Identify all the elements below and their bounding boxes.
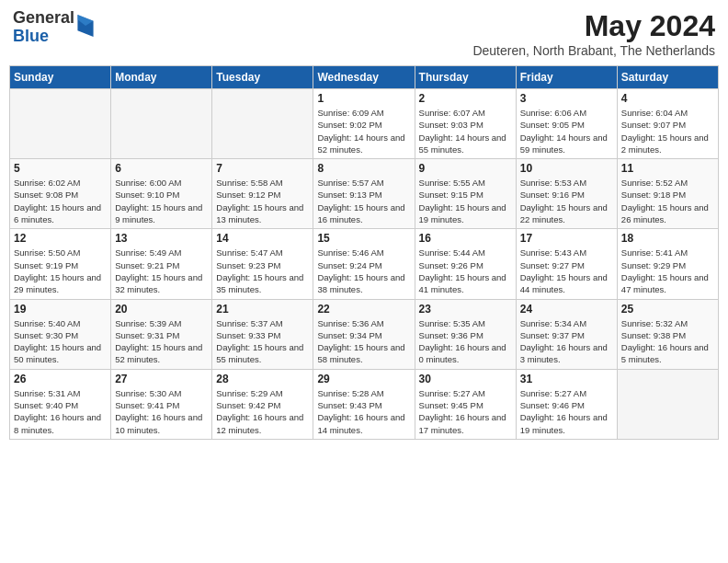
- calendar-cell: 4Sunrise: 6:04 AMSunset: 9:07 PMDaylight…: [617, 89, 718, 159]
- calendar-cell: 11Sunrise: 5:52 AMSunset: 9:18 PMDayligh…: [617, 159, 718, 229]
- day-info: Sunrise: 5:43 AMSunset: 9:27 PMDaylight:…: [520, 247, 613, 295]
- day-number: 30: [419, 373, 512, 385]
- page-header: General Blue May 2024 Deuteren, North Br…: [9, 9, 719, 58]
- col-header-tuesday: Tuesday: [212, 66, 313, 89]
- day-info: Sunrise: 5:30 AMSunset: 9:41 PMDaylight:…: [115, 387, 208, 436]
- day-info: Sunrise: 5:28 AMSunset: 9:43 PMDaylight:…: [317, 387, 410, 436]
- day-info: Sunrise: 5:31 AMSunset: 9:40 PMDaylight:…: [14, 387, 107, 436]
- day-number: 14: [216, 232, 309, 245]
- week-row-2: 5Sunrise: 6:02 AMSunset: 9:08 PMDaylight…: [10, 159, 719, 229]
- day-info: Sunrise: 6:02 AMSunset: 9:08 PMDaylight:…: [14, 177, 107, 225]
- day-number: 4: [621, 92, 714, 105]
- day-number: 23: [419, 303, 512, 316]
- day-number: 10: [520, 162, 613, 175]
- calendar-cell: 1Sunrise: 6:09 AMSunset: 9:02 PMDaylight…: [313, 89, 415, 159]
- title-block: May 2024 Deuteren, North Brabant, The Ne…: [472, 9, 715, 58]
- calendar-cell: 13Sunrise: 5:49 AMSunset: 9:21 PMDayligh…: [111, 229, 212, 299]
- day-info: Sunrise: 6:04 AMSunset: 9:07 PMDaylight:…: [621, 107, 714, 155]
- day-number: 7: [216, 162, 309, 175]
- month-year: May 2024: [472, 9, 715, 43]
- logo: General Blue: [13, 9, 95, 46]
- calendar-cell: 29Sunrise: 5:28 AMSunset: 9:43 PMDayligh…: [313, 369, 415, 439]
- day-number: 18: [621, 232, 714, 245]
- day-number: 17: [520, 232, 613, 245]
- logo-icon: [76, 15, 95, 37]
- day-info: Sunrise: 5:58 AMSunset: 9:12 PMDaylight:…: [216, 177, 309, 225]
- day-number: 16: [419, 232, 512, 245]
- day-info: Sunrise: 6:06 AMSunset: 9:05 PMDaylight:…: [520, 107, 613, 155]
- day-info: Sunrise: 5:37 AMSunset: 9:33 PMDaylight:…: [216, 317, 309, 366]
- day-info: Sunrise: 5:46 AMSunset: 9:24 PMDaylight:…: [317, 247, 410, 295]
- day-number: 8: [317, 162, 410, 175]
- calendar-cell: [212, 89, 313, 159]
- day-number: 12: [14, 232, 107, 245]
- calendar-cell: 18Sunrise: 5:41 AMSunset: 9:29 PMDayligh…: [617, 229, 718, 299]
- day-number: 19: [14, 303, 107, 316]
- day-info: Sunrise: 5:34 AMSunset: 9:37 PMDaylight:…: [520, 317, 613, 366]
- calendar-table: SundayMondayTuesdayWednesdayThursdayFrid…: [9, 65, 719, 440]
- col-header-monday: Monday: [111, 66, 212, 89]
- day-info: Sunrise: 5:50 AMSunset: 9:19 PMDaylight:…: [14, 247, 107, 295]
- calendar-cell: 16Sunrise: 5:44 AMSunset: 9:26 PMDayligh…: [415, 229, 516, 299]
- calendar-cell: 8Sunrise: 5:57 AMSunset: 9:13 PMDaylight…: [313, 159, 415, 229]
- day-number: 2: [419, 92, 512, 105]
- calendar-cell: 10Sunrise: 5:53 AMSunset: 9:16 PMDayligh…: [516, 159, 617, 229]
- calendar-cell: 28Sunrise: 5:29 AMSunset: 9:42 PMDayligh…: [212, 369, 313, 439]
- calendar-cell: 15Sunrise: 5:46 AMSunset: 9:24 PMDayligh…: [313, 229, 415, 299]
- calendar-cell: 7Sunrise: 5:58 AMSunset: 9:12 PMDaylight…: [212, 159, 313, 229]
- day-info: Sunrise: 5:27 AMSunset: 9:45 PMDaylight:…: [419, 387, 512, 436]
- day-number: 28: [216, 373, 309, 385]
- day-number: 6: [115, 162, 208, 175]
- day-info: Sunrise: 5:36 AMSunset: 9:34 PMDaylight:…: [317, 317, 410, 366]
- logo-blue-text: Blue: [13, 28, 74, 46]
- day-number: 31: [520, 373, 613, 385]
- week-row-4: 19Sunrise: 5:40 AMSunset: 9:30 PMDayligh…: [10, 299, 719, 369]
- day-info: Sunrise: 5:52 AMSunset: 9:18 PMDaylight:…: [621, 177, 714, 225]
- calendar-cell: 30Sunrise: 5:27 AMSunset: 9:45 PMDayligh…: [415, 369, 516, 439]
- day-number: 15: [317, 232, 410, 245]
- day-number: 9: [419, 162, 512, 175]
- day-info: Sunrise: 5:32 AMSunset: 9:38 PMDaylight:…: [621, 317, 714, 366]
- day-info: Sunrise: 5:47 AMSunset: 9:23 PMDaylight:…: [216, 247, 309, 295]
- day-info: Sunrise: 6:07 AMSunset: 9:03 PMDaylight:…: [419, 107, 512, 155]
- calendar-cell: 22Sunrise: 5:36 AMSunset: 9:34 PMDayligh…: [313, 299, 415, 369]
- col-header-saturday: Saturday: [617, 66, 718, 89]
- calendar-cell: [617, 369, 718, 439]
- day-number: 13: [115, 232, 208, 245]
- calendar-cell: 17Sunrise: 5:43 AMSunset: 9:27 PMDayligh…: [516, 229, 617, 299]
- day-info: Sunrise: 5:27 AMSunset: 9:46 PMDaylight:…: [520, 387, 613, 436]
- day-info: Sunrise: 5:53 AMSunset: 9:16 PMDaylight:…: [520, 177, 613, 225]
- day-number: 21: [216, 303, 309, 316]
- day-info: Sunrise: 5:44 AMSunset: 9:26 PMDaylight:…: [419, 247, 512, 295]
- calendar-cell: 26Sunrise: 5:31 AMSunset: 9:40 PMDayligh…: [10, 369, 111, 439]
- day-number: 22: [317, 303, 410, 316]
- day-number: 29: [317, 373, 410, 385]
- calendar-cell: [10, 89, 111, 159]
- calendar-cell: 23Sunrise: 5:35 AMSunset: 9:36 PMDayligh…: [415, 299, 516, 369]
- calendar-cell: [111, 89, 212, 159]
- day-info: Sunrise: 5:55 AMSunset: 9:15 PMDaylight:…: [419, 177, 512, 225]
- day-number: 25: [621, 303, 714, 316]
- calendar-cell: 3Sunrise: 6:06 AMSunset: 9:05 PMDaylight…: [516, 89, 617, 159]
- day-info: Sunrise: 6:00 AMSunset: 9:10 PMDaylight:…: [115, 177, 208, 225]
- day-number: 27: [115, 373, 208, 385]
- col-header-friday: Friday: [516, 66, 617, 89]
- day-info: Sunrise: 5:40 AMSunset: 9:30 PMDaylight:…: [14, 317, 107, 366]
- calendar-cell: 19Sunrise: 5:40 AMSunset: 9:30 PMDayligh…: [10, 299, 111, 369]
- col-header-sunday: Sunday: [10, 66, 111, 89]
- calendar-cell: 6Sunrise: 6:00 AMSunset: 9:10 PMDaylight…: [111, 159, 212, 229]
- day-number: 5: [14, 162, 107, 175]
- day-info: Sunrise: 5:35 AMSunset: 9:36 PMDaylight:…: [419, 317, 512, 366]
- calendar-cell: 14Sunrise: 5:47 AMSunset: 9:23 PMDayligh…: [212, 229, 313, 299]
- calendar-cell: 24Sunrise: 5:34 AMSunset: 9:37 PMDayligh…: [516, 299, 617, 369]
- col-header-thursday: Thursday: [415, 66, 516, 89]
- calendar-cell: 20Sunrise: 5:39 AMSunset: 9:31 PMDayligh…: [111, 299, 212, 369]
- day-info: Sunrise: 5:39 AMSunset: 9:31 PMDaylight:…: [115, 317, 208, 366]
- week-row-3: 12Sunrise: 5:50 AMSunset: 9:19 PMDayligh…: [10, 229, 719, 299]
- logo-general-text: General: [13, 9, 74, 28]
- week-row-5: 26Sunrise: 5:31 AMSunset: 9:40 PMDayligh…: [10, 369, 719, 439]
- calendar-cell: 12Sunrise: 5:50 AMSunset: 9:19 PMDayligh…: [10, 229, 111, 299]
- day-info: Sunrise: 5:57 AMSunset: 9:13 PMDaylight:…: [317, 177, 410, 225]
- calendar-cell: 27Sunrise: 5:30 AMSunset: 9:41 PMDayligh…: [111, 369, 212, 439]
- calendar-cell: 31Sunrise: 5:27 AMSunset: 9:46 PMDayligh…: [516, 369, 617, 439]
